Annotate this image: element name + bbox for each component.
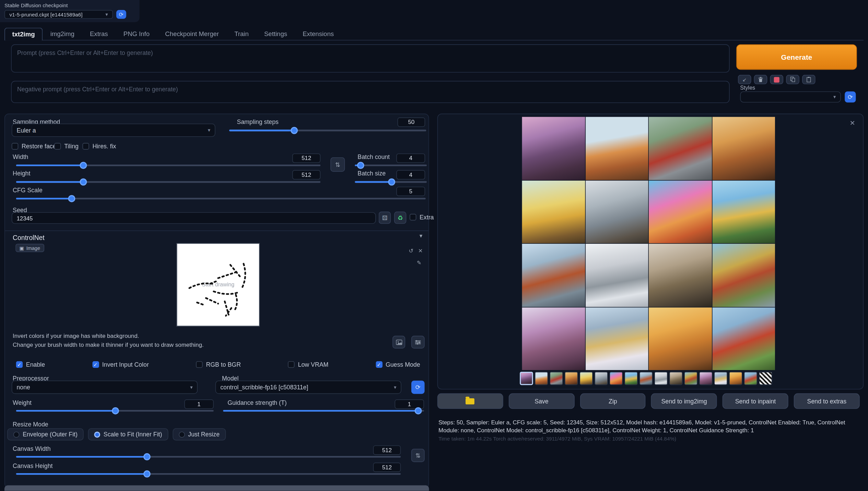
canvas-height-slider[interactable]	[16, 470, 401, 478]
swap-canvas-dims-button[interactable]: ⇅	[411, 449, 425, 462]
canvas-clear-button[interactable]: ✕	[417, 247, 424, 254]
clear-prompt-button[interactable]	[754, 75, 767, 84]
checkbox-rgb-to-bgr[interactable]: RGB to BGR	[196, 361, 241, 368]
gallery-thumbnail[interactable]	[669, 372, 683, 385]
script-section-collapsed[interactable]	[4, 485, 429, 491]
gallery-image[interactable]	[522, 307, 585, 370]
open-folder-button[interactable]	[437, 393, 503, 409]
canvas-settings-button[interactable]	[411, 336, 425, 349]
gallery-image[interactable]	[712, 307, 775, 370]
tab-img2img[interactable]: img2img	[43, 27, 82, 40]
hires-fix-checkbox[interactable]: Hires. fix	[82, 143, 116, 149]
gallery-thumbnail[interactable]	[654, 372, 668, 385]
tab-PNG Info[interactable]: PNG Info	[116, 27, 157, 40]
gallery-image[interactable]	[585, 117, 648, 180]
prompt-input[interactable]	[11, 44, 729, 72]
paste-params-button[interactable]: ↙	[738, 75, 751, 84]
gallery-thumbnail[interactable]	[714, 372, 727, 385]
canvas-undo-button[interactable]: ↺	[408, 247, 415, 254]
canvas-width-slider[interactable]	[16, 453, 401, 460]
controlnet-drawing-canvas[interactable]: Start drawing	[177, 243, 260, 326]
batch-count-slider[interactable]	[355, 161, 427, 169]
save-style-button[interactable]	[802, 75, 816, 84]
checkbox-low-vram[interactable]: Low VRAM	[288, 361, 329, 368]
random-seed-button[interactable]: ⚄	[379, 212, 391, 224]
preprocessor-select[interactable]: none ▾	[12, 380, 198, 394]
zip-button[interactable]: Zip	[580, 393, 646, 409]
gallery-thumbnail[interactable]	[535, 372, 548, 385]
gallery-thumbnail[interactable]	[640, 372, 653, 385]
restore-faces-checkbox[interactable]: Restore faces	[12, 143, 59, 149]
reuse-seed-button[interactable]: ♻	[394, 212, 406, 224]
gallery-image[interactable]	[522, 180, 585, 243]
seed-extra-checkbox[interactable]: Extra	[410, 214, 434, 220]
apply-style-button[interactable]	[786, 75, 799, 84]
gallery-image[interactable]	[712, 180, 775, 243]
send-to-inpaint-button[interactable]: Send to inpaint	[723, 393, 788, 409]
cfg-scale-slider[interactable]	[16, 194, 426, 202]
guidance-strength-slider[interactable]	[223, 407, 424, 414]
gallery-image[interactable]	[649, 180, 712, 243]
tab-Extras[interactable]: Extras	[82, 27, 116, 40]
checkbox-guess-mode[interactable]: ✓Guess Mode	[376, 361, 420, 368]
close-gallery-button[interactable]: ✕	[850, 119, 855, 127]
gallery-image[interactable]	[649, 307, 712, 370]
batch-size-slider[interactable]	[355, 178, 427, 186]
controlnet-collapse-button[interactable]: ▼	[419, 233, 423, 239]
canvas-brush-button[interactable]: ✎	[415, 258, 424, 267]
gallery-thumbnail[interactable]	[699, 372, 713, 385]
width-slider[interactable]	[16, 161, 320, 169]
generate-button[interactable]: Generate	[736, 44, 857, 70]
gallery-image[interactable]	[585, 244, 648, 307]
radio-just-resize[interactable]: Just Resize	[173, 428, 226, 440]
sampling-method-select[interactable]: Euler a ▾	[12, 124, 215, 137]
gallery-thumbnail[interactable]	[624, 372, 638, 385]
gallery-image[interactable]	[522, 117, 585, 180]
gallery-thumbnail[interactable]	[744, 372, 758, 385]
styles-select[interactable]: ▾	[740, 91, 841, 102]
tab-Settings[interactable]: Settings	[256, 27, 295, 40]
gallery-thumbnail[interactable]	[550, 372, 563, 385]
controlnet-image-tab[interactable]: ▣ Image	[15, 244, 44, 252]
send-to-extras-button[interactable]: Send to extras	[794, 393, 860, 409]
gallery-thumbnail[interactable]	[609, 372, 623, 385]
tab-txt2img[interactable]: txt2img	[4, 28, 43, 41]
upload-image-button[interactable]	[392, 336, 405, 349]
checkbox-invert-input-color[interactable]: ✓Invert Input Color	[92, 361, 149, 368]
negative-prompt-input[interactable]	[11, 81, 729, 103]
radio-envelope-outer-fit-[interactable]: Envelope (Outer Fit)	[7, 428, 84, 440]
save-button[interactable]: Save	[509, 393, 575, 409]
height-slider[interactable]	[16, 178, 320, 186]
checkbox-enable[interactable]: ✓Enable	[16, 361, 45, 368]
weight-slider[interactable]	[16, 407, 214, 414]
gallery-thumbnail[interactable]	[520, 372, 533, 385]
gallery-image[interactable]	[585, 307, 648, 370]
gallery-thumbnail[interactable]	[565, 372, 578, 385]
gallery-image[interactable]	[585, 180, 648, 243]
delete-style-button[interactable]	[770, 75, 783, 84]
styles-refresh-button[interactable]: ⟳	[845, 91, 856, 102]
gallery-thumbnail[interactable]	[595, 372, 608, 385]
controlnet-model-select[interactable]: control_scribble-fp16 [c508311e] ▾	[215, 380, 401, 394]
send-to-img2img-button[interactable]: Send to img2img	[651, 393, 717, 409]
gallery-image[interactable]	[712, 244, 775, 307]
radio-scale-to-fit-inner-fit-[interactable]: Scale to Fit (Inner Fit)	[88, 428, 168, 440]
tiling-checkbox[interactable]: Tiling	[54, 143, 79, 149]
gallery-image[interactable]	[649, 244, 712, 307]
checkpoint-refresh-button[interactable]: ⟳	[116, 10, 126, 19]
gallery-image[interactable]	[522, 244, 585, 307]
sampling-steps-value[interactable]	[397, 117, 425, 126]
gallery-image[interactable]	[649, 117, 712, 180]
gallery-thumbnail[interactable]	[684, 372, 697, 385]
gallery-image[interactable]	[712, 117, 775, 180]
seed-input[interactable]	[12, 212, 376, 224]
tab-Checkpoint Merger[interactable]: Checkpoint Merger	[157, 27, 227, 40]
swap-width-height-button[interactable]: ⇅	[330, 157, 345, 172]
model-refresh-button[interactable]: ⟳	[411, 380, 425, 394]
gallery-thumbnail[interactable]	[729, 372, 742, 385]
gallery-thumbnail[interactable]	[579, 372, 593, 385]
gallery-thumbnail[interactable]	[759, 372, 772, 385]
tab-Train[interactable]: Train	[227, 27, 257, 40]
tab-Extensions[interactable]: Extensions	[295, 27, 342, 40]
checkpoint-select[interactable]: v1-5-pruned.ckpt [e1441589a6] ▾	[4, 10, 113, 19]
